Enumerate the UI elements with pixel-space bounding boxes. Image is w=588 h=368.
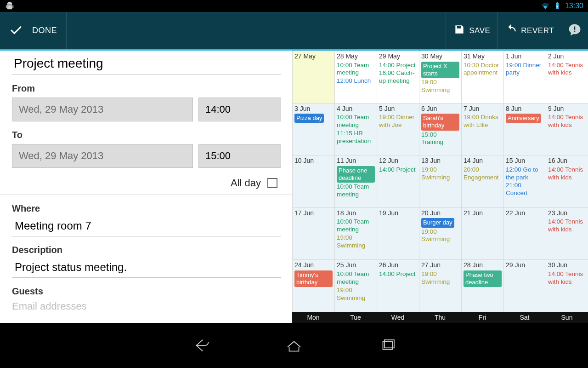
weekday-label: Thu [419,312,461,323]
calendar-event[interactable]: 10:30 Doctor appointment [464,62,502,77]
calendar-event[interactable]: 20:00 Engagement [464,166,502,182]
allday-checkbox[interactable] [267,178,277,188]
calendar-event[interactable]: Timmy's birthday [294,270,333,288]
calendar-event[interactable]: 19:00 Dinner with Joe [379,114,417,129]
calendar-cell[interactable]: 4 Jun10:00 Team meeting11:15 HR presenta… [334,103,377,155]
calendar-cell[interactable]: 31 May10:30 Doctor appointment [461,51,503,103]
calendar-cell[interactable]: 9 Jun14:00 Tennis with kids [546,103,588,155]
calendar-event[interactable]: 19:00 Swimming [421,166,459,182]
calendar-cell[interactable]: 17 Jun [292,207,334,260]
calendar-cell[interactable]: 12 Jun14:00 Project [377,155,419,207]
event-title-input[interactable] [12,53,281,75]
calendar-event[interactable]: 10:00 Team meeting [337,218,375,234]
calendar-cell[interactable]: 29 May14:00 Project16:00 Catch-up meetin… [377,51,419,103]
calendar-event[interactable]: 10:00 Team meeting [337,270,375,286]
calendar-cell[interactable]: 6 JunSarah's birthday15:00 Training [419,103,461,155]
from-time-picker[interactable]: 14:00 [198,98,281,121]
calendar-day-label: 31 May [464,52,502,61]
calendar-cell[interactable]: 27 May [292,51,334,103]
save-button[interactable]: SAVE [446,12,498,49]
calendar-event[interactable]: Project X starts [421,62,459,79]
guests-placeholder[interactable]: Email addresses [12,300,281,312]
to-time-picker[interactable]: 15:00 [198,144,281,168]
calendar-cell[interactable]: 30 MayProject X starts19:00 Swimming [419,51,461,103]
calendar-cell[interactable]: 14 Jun20:00 Engagement [461,155,503,207]
calendar-event[interactable]: 14:00 Tennis with kids [548,166,586,182]
calendar-event[interactable]: 10:00 Team meeting [337,183,375,199]
calendar-event[interactable]: 14:00 Project [379,270,417,278]
calendar-event[interactable]: 12:00 Lunch [337,77,375,85]
calendar-event[interactable]: 10:00 Team meeting [337,62,375,77]
calendar-cell[interactable]: 30 Jun14:00 Tennis with kids [546,259,588,312]
calendar-cell[interactable]: 15 Jun12:00 Go to the park21:00 Concert [503,155,546,207]
calendar-grid[interactable]: 27 May28 May10:00 Team meeting12:00 Lunc… [292,51,588,312]
calendar-event[interactable]: Burger day [421,218,454,227]
calendar-day-label: 20 Jun [421,209,459,218]
recents-button[interactable] [373,331,402,360]
back-button[interactable] [186,331,215,360]
description-input[interactable] [12,259,281,278]
action-bar: DONE SAVE REVERT [0,12,588,49]
calendar-cell[interactable]: 16 Jun14:00 Tennis with kids [546,155,588,207]
calendar-cell[interactable]: 19 Jun [377,207,419,260]
calendar-event[interactable]: 16:00 Catch-up meeting [379,69,417,85]
calendar-event[interactable]: Phase one deadline [337,166,375,183]
calendar-cell[interactable]: 1 Jun19:00 Dinner party [503,51,546,103]
calendar-cell[interactable]: 29 Jun [503,259,546,312]
calendar-day-label: 30 Jun [548,261,586,270]
to-date-picker[interactable]: Wed, 29 May 2013 [12,144,193,168]
calendar-event[interactable]: 19:00 Swimming [421,228,459,244]
from-date-picker[interactable]: Wed, 29 May 2013 [12,98,193,121]
done-button[interactable]: DONE [0,12,67,49]
calendar-event[interactable]: 19:00 Drinks with Ellie [464,114,502,129]
calendar-cell[interactable]: 20 JunBurger day19:00 Swimming [419,207,461,260]
calendar-cell[interactable]: 18 Jun10:00 Team meeting19:00 Swimming [334,207,377,260]
calendar-cell[interactable]: 8 JunAnniversary [503,103,546,155]
calendar-event[interactable]: 19:00 Swimming [421,270,459,286]
calendar-event[interactable]: 19:00 Swimming [337,287,375,302]
calendar-event[interactable]: 19:00 Swimming [337,234,375,250]
home-button[interactable] [279,331,309,360]
calendar-cell[interactable]: 26 Jun14:00 Project [377,259,419,312]
calendar-cell[interactable]: 23 Jun14:00 Tennis with kids [546,207,588,260]
where-input[interactable] [12,218,281,236]
calendar-event[interactable]: 14:00 Project [379,166,417,174]
calendar-cell[interactable]: 7 Jun19:00 Drinks with Ellie [461,103,503,155]
calendar-event[interactable]: Phase two deadline [464,270,502,288]
calendar-event[interactable]: 14:00 Tennis with kids [548,114,586,129]
wifi-icon [541,2,549,10]
calendar-cell[interactable]: 24 JunTimmy's birthday [292,259,334,312]
calendar-event[interactable]: Anniversary [506,114,541,123]
calendar-day-label: 18 Jun [337,209,375,218]
calendar-event[interactable]: 15:00 Training [421,131,459,147]
feedback-button[interactable] [561,12,588,49]
calendar-event[interactable]: 14:00 Project [379,62,417,69]
calendar-cell[interactable]: 25 Jun10:00 Team meeting19:00 Swimming [334,259,377,312]
calendar-day-label: 25 Jun [337,261,375,270]
calendar-event[interactable]: 11:15 HR presentation [337,130,375,145]
calendar-day-label: 27 Jun [421,261,459,270]
calendar-cell[interactable]: 3 JunPizza day [292,103,334,155]
calendar-cell[interactable]: 21 Jun [461,207,503,260]
calendar-event[interactable]: 14:00 Tennis with kids [548,62,586,77]
revert-button[interactable]: REVERT [498,12,561,49]
calendar-cell[interactable]: 13 Jun19:00 Swimming [419,155,461,207]
calendar-event[interactable]: Sarah's birthday [421,114,459,131]
calendar-event[interactable]: 14:00 Tennis with kids [548,218,586,234]
calendar-event[interactable]: 19:00 Dinner party [506,62,544,77]
calendar-cell[interactable]: 11 JunPhase one deadline10:00 Team meeti… [334,155,377,207]
calendar-cell[interactable]: 22 Jun [503,207,546,260]
calendar-cell[interactable]: 5 Jun19:00 Dinner with Joe [377,103,419,155]
calendar-cell[interactable]: 28 JunPhase two deadline [461,259,503,312]
calendar-event[interactable]: 14:00 Tennis with kids [548,270,586,286]
calendar-cell[interactable]: 27 Jun19:00 Swimming [419,259,461,312]
calendar-cell[interactable]: 10 Jun [292,155,334,207]
calendar-event[interactable]: Pizza day [294,114,324,123]
calendar-cell[interactable]: 2 Jun14:00 Tennis with kids [546,51,588,103]
calendar-event[interactable]: 19:00 Swimming [421,79,459,94]
calendar-day-label: 11 Jun [337,157,375,165]
calendar-event[interactable]: 10:00 Team meeting [337,114,375,129]
calendar-cell[interactable]: 28 May10:00 Team meeting12:00 Lunch [334,51,377,103]
calendar-event[interactable]: 21:00 Concert [506,182,544,197]
calendar-event[interactable]: 12:00 Go to the park [506,166,544,182]
